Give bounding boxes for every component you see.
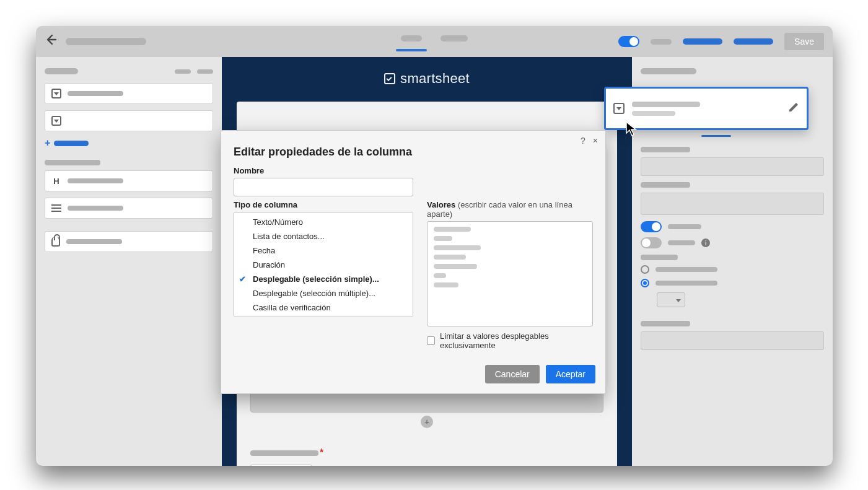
column-type-option[interactable]: Desplegable (selección simple)... (234, 272, 413, 286)
type-label: Tipo de columna (234, 200, 413, 209)
preview-toggle[interactable] (618, 36, 639, 47)
edit-icon[interactable] (788, 102, 799, 115)
top-tab-2[interactable] (439, 32, 469, 51)
right-input-3[interactable] (641, 331, 824, 350)
left-section-2-title (45, 160, 100, 165)
page-title-placeholder (66, 38, 146, 45)
add-field-link[interactable] (45, 138, 213, 149)
arrow-left-icon (45, 33, 57, 46)
back-button[interactable] (45, 33, 57, 50)
column-type-option[interactable]: Lista de contactos... (234, 229, 413, 243)
save-button[interactable]: Save (784, 33, 824, 50)
dropdown-chip[interactable] (657, 292, 685, 307)
limit-dropdown-checkbox[interactable] (427, 336, 435, 345)
divider-icon (51, 204, 61, 212)
dropdown-icon (613, 103, 625, 114)
date-label-placeholder (250, 450, 318, 456)
add-element-button[interactable]: + (421, 416, 433, 428)
dropdown-icon (51, 116, 61, 126)
field-card-heading[interactable]: H (45, 170, 213, 191)
topbar-link-1[interactable] (683, 38, 722, 45)
cancel-button[interactable]: Cancelar (485, 365, 540, 383)
right-input-1[interactable] (641, 157, 824, 176)
right-label-2 (641, 182, 690, 188)
right-toggle-on[interactable] (641, 221, 662, 232)
field-card-divider[interactable] (45, 198, 213, 219)
column-type-option[interactable]: Texto/Número (234, 215, 413, 229)
limit-dropdown-label: Limitar a valores desplegables exclusiva… (440, 331, 593, 350)
radio-option-2[interactable] (641, 279, 649, 287)
column-type-listbox[interactable]: Texto/NúmeroLista de contactos...FechaDu… (234, 212, 413, 317)
brand-check-icon (384, 73, 395, 84)
help-button[interactable]: ? (581, 136, 585, 146)
column-type-option[interactable]: Duración (234, 258, 413, 272)
heading-icon: H (51, 177, 61, 186)
right-toggle-off[interactable] (641, 237, 662, 248)
selected-field-labels (632, 102, 781, 116)
date-input[interactable] (250, 465, 312, 466)
close-button[interactable]: × (593, 136, 598, 146)
right-label-4 (641, 321, 690, 326)
top-tab-1[interactable] (400, 32, 423, 51)
info-icon[interactable]: i (701, 238, 710, 247)
topbar-right: Save (618, 33, 824, 50)
brand: smartsheet (222, 57, 632, 102)
topbar: Save (36, 26, 833, 57)
right-label-1 (641, 147, 690, 152)
column-type-option[interactable]: Casilla de verificación (234, 300, 413, 315)
top-tabs (400, 32, 469, 51)
values-textarea[interactable] (427, 221, 593, 326)
field-card-dropdown-2[interactable] (45, 110, 213, 131)
modal-title: Editar propiedades de la columna (221, 146, 605, 166)
brand-name: smartsheet (400, 71, 470, 87)
topbar-link-2[interactable] (734, 38, 773, 45)
name-label: Nombre (234, 166, 593, 175)
cursor-icon (626, 121, 639, 138)
right-header-placeholder (641, 68, 696, 74)
dropdown-icon (51, 89, 61, 98)
column-type-option[interactable]: Símbolos... (234, 315, 413, 317)
right-input-2[interactable] (641, 193, 824, 215)
accept-button[interactable]: Aceptar (546, 365, 595, 383)
column-name-input[interactable] (234, 178, 413, 196)
right-label-3 (641, 255, 678, 260)
left-section-title (45, 68, 78, 74)
required-asterisk: * (320, 447, 323, 458)
radio-option-1[interactable] (641, 265, 649, 274)
left-panel: H (36, 57, 222, 466)
edit-column-properties-modal: ? × Editar propiedades de la columna Nom… (221, 130, 606, 394)
topbar-label-1 (651, 39, 672, 45)
field-card-dropdown-1[interactable] (45, 83, 213, 104)
values-label: Valores (escribir cada valor en una líne… (427, 200, 593, 219)
column-type-option[interactable]: Fecha (234, 243, 413, 258)
attachment-icon (51, 237, 60, 247)
field-card-attachment[interactable] (45, 231, 213, 252)
column-type-option[interactable]: Desplegable (selección múltiple)... (234, 286, 413, 300)
